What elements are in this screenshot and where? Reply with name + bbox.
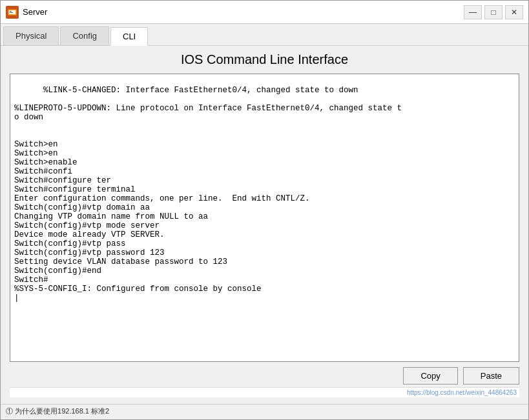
tab-physical[interactable]: Physical (3, 26, 59, 45)
minimize-button[interactable]: — (464, 5, 482, 19)
window-title: Server (23, 7, 464, 17)
cli-terminal[interactable]: %LINK-5-CHANGED: Interface FastEthernet0… (10, 74, 519, 362)
main-window: Server — □ ✕ Physical Config CLI IOS Com… (0, 0, 529, 420)
tab-config[interactable]: Config (60, 26, 109, 45)
paste-button[interactable]: Paste (463, 367, 519, 385)
content-area: IOS Command Line Interface %LINK-5-CHANG… (1, 46, 528, 404)
tabs-bar: Physical Config CLI (1, 24, 528, 46)
watermark: https://blog.csdn.net/weixin_44864263 (10, 387, 519, 397)
page-title: IOS Command Line Interface (10, 52, 519, 67)
bottom-bar: ① 为什么要使用192.168.1 标准2 (1, 404, 528, 419)
tab-cli[interactable]: CLI (110, 27, 148, 46)
maximize-button[interactable]: □ (484, 5, 503, 19)
svg-rect-3 (10, 12, 13, 13)
title-bar: Server — □ ✕ (1, 1, 528, 24)
close-button[interactable]: ✕ (505, 5, 523, 19)
button-row: Copy Paste (10, 362, 519, 387)
window-controls: — □ ✕ (464, 5, 523, 19)
copy-button[interactable]: Copy (403, 367, 457, 385)
svg-rect-2 (10, 11, 12, 12)
terminal-text: %LINK-5-CHANGED: Interface FastEthernet0… (14, 86, 402, 303)
app-icon (6, 6, 19, 19)
